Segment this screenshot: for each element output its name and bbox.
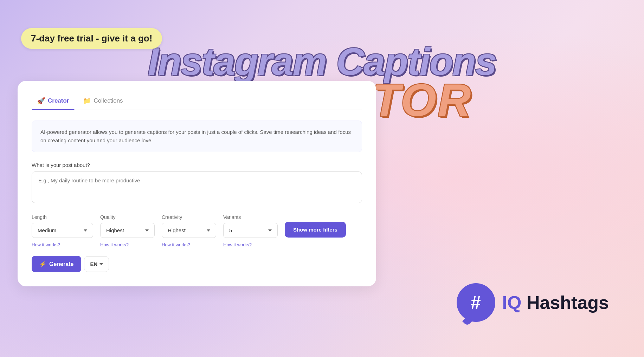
creator-icon: 🚀 — [37, 97, 45, 105]
tab-collections[interactable]: 📁 Collections — [77, 93, 128, 110]
how-it-works-variants[interactable]: How it works? — [223, 242, 278, 247]
filter-group-quality: Quality Highest How it works? — [100, 214, 155, 247]
post-input[interactable] — [32, 171, 362, 203]
filter-group-creativity: Creativity Highest How it works? — [162, 214, 216, 247]
logo-area: # IQ IQ HashtagsHashtags — [457, 283, 609, 322]
generate-button[interactable]: ⚡ Generate — [32, 256, 81, 272]
brand-iq: IQ — [502, 292, 527, 313]
tab-collections-label: Collections — [94, 97, 123, 104]
show-more-filters-button[interactable]: Show more filters — [285, 222, 346, 238]
filter-select-creativity[interactable]: Highest — [162, 223, 216, 238]
chevron-down-icon — [99, 263, 103, 265]
collections-icon: 📁 — [83, 97, 91, 105]
filter-value-length: Medium — [38, 227, 56, 233]
how-it-works-quality[interactable]: How it works? — [100, 242, 155, 247]
language-label: EN — [90, 261, 97, 267]
filter-group-length: Length Medium How it works? — [32, 214, 93, 247]
filter-select-variants[interactable]: 5 — [223, 223, 278, 238]
filter-select-length[interactable]: Medium — [32, 223, 93, 238]
filter-label-quality: Quality — [100, 214, 155, 220]
brand-name: IQ IQ HashtagsHashtags — [502, 292, 609, 313]
how-it-works-creativity[interactable]: How it works? — [162, 242, 216, 247]
description-text: AI-powered generator allows you to gener… — [32, 121, 362, 152]
chevron-down-icon — [145, 229, 149, 232]
trial-badge-text: 7-day free trial - give it a go! — [31, 33, 152, 44]
filters-row: Length Medium How it works? Quality High… — [32, 214, 362, 247]
trial-badge[interactable]: 7-day free trial - give it a go! — [21, 28, 162, 49]
hash-symbol: # — [471, 292, 481, 313]
chevron-down-icon — [268, 229, 272, 232]
filter-group-variants: Variants 5 How it works? — [223, 214, 278, 247]
chevron-down-icon — [84, 229, 87, 232]
filter-label-length: Length — [32, 214, 93, 220]
lightning-icon: ⚡ — [39, 261, 46, 267]
hash-bubble: # — [457, 283, 495, 322]
description-content: AI-powered generator allows you to gener… — [40, 129, 351, 143]
generate-row: ⚡ Generate EN — [32, 256, 362, 272]
post-field-label: What is your post about? — [32, 162, 362, 168]
filter-label-variants: Variants — [223, 214, 278, 220]
main-card: 🚀 Creator 📁 Collections AI-powered gener… — [18, 81, 376, 286]
tab-creator[interactable]: 🚀 Creator — [32, 93, 75, 110]
tab-creator-label: Creator — [48, 97, 69, 104]
filter-select-quality[interactable]: Highest — [100, 223, 155, 238]
filter-value-variants: 5 — [229, 227, 232, 233]
tab-bar: 🚀 Creator 📁 Collections — [32, 93, 362, 110]
chevron-down-icon — [207, 229, 210, 232]
filter-label-creativity: Creativity — [162, 214, 216, 220]
filter-value-quality: Highest — [106, 227, 124, 233]
how-it-works-length[interactable]: How it works? — [32, 242, 93, 247]
language-button[interactable]: EN — [84, 256, 109, 272]
filter-value-creativity: Highest — [168, 227, 186, 233]
generate-button-label: Generate — [49, 261, 73, 267]
